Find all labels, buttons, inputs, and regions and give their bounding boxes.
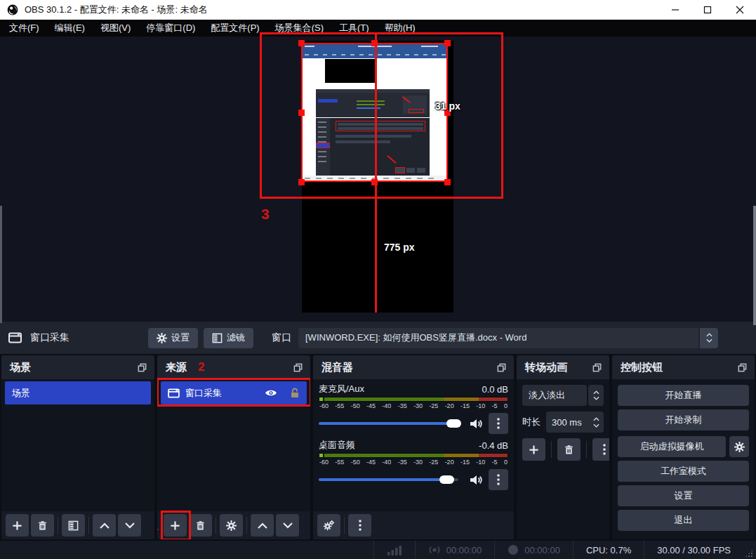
controls-panel-title: 控制按钮 [621, 361, 663, 374]
add-scene-button[interactable] [6, 514, 29, 537]
transitions-panel-header[interactable]: 转场动画 [517, 355, 609, 379]
move-scene-down-button[interactable] [118, 514, 141, 537]
popout-icon [293, 362, 303, 373]
speaker-icon[interactable] [470, 418, 483, 430]
obs-logo-icon [7, 4, 18, 15]
add-source-button[interactable]: 1 [164, 514, 187, 537]
window-capture-icon [168, 388, 180, 398]
source-filters-button[interactable]: 滤镜 [204, 328, 253, 348]
status-bar: 00:00:00 00:00:00 CPU: 0.7% 30.00 / 30.0… [0, 541, 756, 559]
mixer-toolbar [313, 511, 514, 539]
mixer-panel-title: 混音器 [321, 361, 353, 374]
menu-view[interactable]: 视图(V) [93, 20, 138, 37]
transition-select-spinner[interactable] [588, 385, 604, 406]
studio-mode-button[interactable]: 工作室模式 [618, 461, 749, 482]
mic-level-meter [319, 397, 508, 402]
window-title: OBS 30.1.2 - 配置文件: 未命名 - 场景: 未命名 [25, 4, 208, 16]
scene-list-item[interactable]: 场景 [5, 381, 151, 405]
mixer-panel: 混音器 麦克风/Aux 0.0 dB -60-55-50-45-40-35-30… [313, 355, 514, 539]
mixer-channel-mic: 麦克风/Aux 0.0 dB -60-55-50-45-40-35-30-25-… [313, 383, 514, 434]
settings-button[interactable]: 设置 [618, 485, 749, 506]
mixer-options-button[interactable] [348, 514, 371, 537]
remove-source-button[interactable] [189, 514, 212, 537]
window-titlebar: OBS 30.1.2 - 配置文件: 未命名 - 场景: 未命名 [0, 0, 756, 20]
source-properties-button[interactable] [220, 514, 243, 537]
transitions-panel-title: 转场动画 [525, 361, 567, 374]
sources-panel-header[interactable]: 来源 2 [157, 355, 310, 379]
selected-source-name: 窗口采集 [30, 331, 69, 344]
preview-scrollbar-left[interactable] [0, 206, 2, 323]
close-button[interactable] [724, 0, 756, 20]
add-transition-button[interactable] [522, 438, 545, 461]
maximize-button[interactable] [691, 0, 724, 20]
selection-width-label: 31 px [435, 100, 460, 112]
scene-filters-button[interactable] [62, 514, 85, 537]
mic-options-button[interactable] [489, 413, 508, 434]
popout-icon [592, 362, 602, 373]
source-toolbar-row: 窗口采集 设置 滤镜 窗口 [WINWORD.EXE]: 如何使用OBS竖屏直播… [0, 322, 756, 354]
mic-volume-slider[interactable] [319, 413, 464, 434]
mic-volume-handle[interactable] [446, 419, 461, 428]
remove-scene-button[interactable] [31, 514, 54, 537]
desktop-options-button[interactable] [489, 469, 508, 490]
duration-spinbox[interactable]: 300 ms [546, 412, 604, 433]
annotation-step-1: 1 [157, 520, 158, 534]
menu-docks[interactable]: 停靠窗口(D) [138, 20, 203, 37]
scenes-panel-header[interactable]: 场景 [1, 355, 154, 379]
filter-icon [212, 333, 223, 343]
lock-icon[interactable] [290, 388, 300, 398]
source-list-item[interactable]: 窗口采集 [161, 381, 307, 405]
popout-icon [496, 362, 507, 373]
minimize-button[interactable] [659, 0, 691, 20]
sources-toolbar: 1 [157, 511, 310, 539]
transition-options-button[interactable] [592, 438, 609, 461]
resize-grip[interactable] [745, 549, 753, 558]
visibility-eye-icon[interactable] [265, 388, 277, 397]
start-recording-button[interactable]: 开始录制 [618, 409, 749, 430]
window-select[interactable]: [WINWORD.EXE]: 如何使用OBS竖屏直播.docx - Word [298, 328, 698, 348]
start-virtual-camera-button[interactable]: 启动虚拟摄像机 [618, 436, 726, 457]
virtual-camera-settings-button[interactable] [729, 436, 749, 457]
sources-panel-title: 来源 [166, 361, 187, 374]
mic-channel-level: 0.0 dB [482, 384, 508, 395]
popout-icon [137, 362, 147, 373]
move-source-up-button[interactable] [251, 514, 274, 537]
scenes-toolbar [1, 511, 154, 539]
gear-icon [157, 333, 167, 343]
window-capture-icon [8, 332, 22, 343]
desktop-volume-handle[interactable] [439, 475, 454, 484]
mic-channel-name: 麦克风/Aux [319, 383, 364, 395]
popout-icon [737, 362, 748, 373]
desktop-volume-slider[interactable] [319, 469, 464, 490]
transition-select[interactable]: 淡入淡出 [522, 385, 587, 406]
menu-file[interactable]: 文件(F) [1, 20, 47, 37]
desktop-meter-scale: -60-55-50-45-40-35-30-25-20-15-10-50 [319, 459, 508, 466]
remove-transition-button[interactable] [557, 438, 581, 461]
move-scene-up-button[interactable] [93, 514, 116, 537]
recording-timer: 00:00:00 [524, 545, 560, 555]
duration-label: 时长 [522, 416, 541, 428]
annotation-rectangle-3 [260, 32, 503, 199]
start-streaming-button[interactable]: 开始直播 [618, 385, 749, 406]
preview-scrollbar-right[interactable] [753, 206, 756, 325]
controls-panel: 控制按钮 开始直播 开始录制 启动虚拟摄像机 工作室模式 设置 退出 [612, 355, 755, 539]
move-source-down-button[interactable] [276, 514, 299, 537]
window-select-spinner[interactable] [700, 328, 718, 348]
window-property-label: 窗口 [272, 331, 291, 344]
duration-spin-arrows[interactable] [593, 412, 599, 433]
audio-settings-button[interactable] [317, 514, 340, 537]
controls-panel-header[interactable]: 控制按钮 [612, 355, 755, 379]
exit-button[interactable]: 退出 [618, 510, 749, 531]
mixer-panel-header[interactable]: 混音器 [313, 355, 514, 379]
speaker-icon[interactable] [470, 474, 483, 486]
menu-edit[interactable]: 编辑(E) [47, 20, 93, 37]
recording-status-icon [508, 544, 519, 555]
mixer-channel-desktop: 桌面音频 -0.4 dB -60-55-50-45-40-35-30-25-20… [313, 439, 514, 490]
menu-profile[interactable]: 配置文件(P) [203, 20, 267, 37]
cpu-usage: CPU: 0.7% [573, 541, 644, 559]
fps-counter: 30.00 / 30.00 FPS [644, 541, 743, 559]
sources-panel: 来源 2 窗口采集 1 [157, 355, 310, 539]
canvas-height-label: 775 px [384, 242, 415, 253]
source-settings-button[interactable]: 设置 [148, 328, 198, 348]
annotation-step-3: 3 [261, 206, 270, 223]
